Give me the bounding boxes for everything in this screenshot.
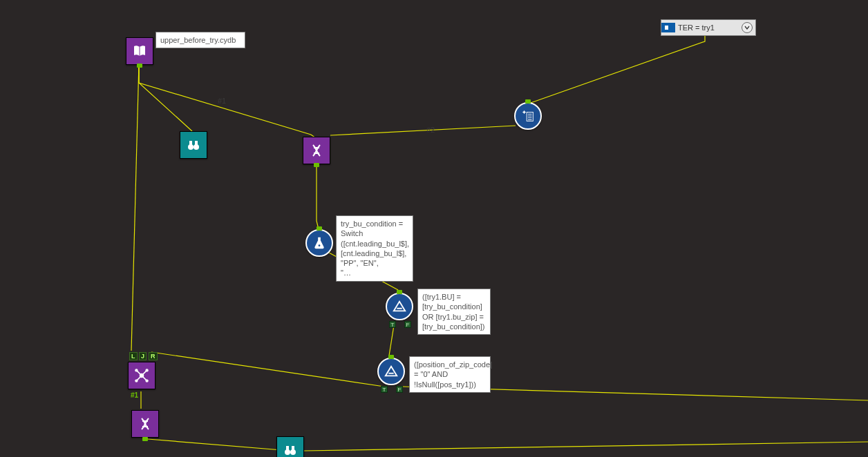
join-out-label: #1 xyxy=(131,391,138,399)
svg-rect-4 xyxy=(189,141,192,145)
filter2-true-anchor[interactable]: T xyxy=(381,386,388,393)
macro-dropdown[interactable]: TER = try1 xyxy=(661,19,756,36)
join-right-anchor[interactable]: R xyxy=(149,352,158,360)
macro-dropdown-label: TER = try1 xyxy=(678,23,739,32)
out-anchor[interactable] xyxy=(142,437,148,441)
connection-label-1: #1 xyxy=(218,97,226,105)
filter-tool-1[interactable] xyxy=(386,293,413,320)
join-left-anchor[interactable]: L xyxy=(129,352,138,360)
in-anchor[interactable] xyxy=(388,355,394,359)
connection-label-2: #2 xyxy=(426,126,435,134)
input-tool[interactable] xyxy=(126,37,153,65)
svg-rect-1 xyxy=(665,26,668,30)
join-multiple-tool-1[interactable] xyxy=(303,137,330,164)
binoculars-icon xyxy=(276,436,304,457)
browse-tool-1[interactable] xyxy=(180,131,207,159)
filter1-false-anchor[interactable]: F xyxy=(404,321,411,328)
formula-tool[interactable] xyxy=(305,229,333,257)
svg-rect-5 xyxy=(195,141,198,145)
svg-point-2 xyxy=(188,144,194,150)
flask-icon xyxy=(305,229,333,257)
dna-icon xyxy=(131,410,159,438)
out-anchor[interactable] xyxy=(314,163,319,167)
in-anchor[interactable] xyxy=(317,226,322,231)
input-tool-label: upper_before_try.cydb xyxy=(155,32,245,48)
svg-point-14 xyxy=(290,449,296,455)
filter1-true-anchor[interactable]: T xyxy=(389,321,396,328)
svg-point-7 xyxy=(319,244,321,246)
filter-triangle-icon xyxy=(386,293,413,320)
join-join-anchor[interactable]: J xyxy=(139,352,147,360)
svg-rect-16 xyxy=(292,446,294,450)
sparkle-icon xyxy=(514,102,542,130)
in-anchor[interactable] xyxy=(525,99,531,104)
binoculars-icon xyxy=(180,131,207,159)
filter-tool-1-label: ([try1.BU] = [try_bu_condition] OR [try1… xyxy=(417,289,491,335)
svg-point-13 xyxy=(285,449,290,455)
chevron-down-icon[interactable] xyxy=(742,22,753,33)
filter-tool-2-label: ([position_of_zip_code] = "0" AND !IsNul… xyxy=(409,356,491,393)
filter-tool-2[interactable] xyxy=(377,358,405,385)
dna-icon xyxy=(303,137,330,164)
browse-tool-2[interactable] xyxy=(276,436,304,457)
filter-triangle-icon xyxy=(377,358,405,385)
svg-point-3 xyxy=(194,144,199,150)
formula-tool-label: try_bu_condition = Switch ([cnt.leading_… xyxy=(336,215,413,282)
variable-icon xyxy=(661,23,675,32)
filter2-false-anchor[interactable]: F xyxy=(396,386,403,393)
data-cleansing-tool[interactable] xyxy=(514,102,542,130)
out-anchor[interactable] xyxy=(137,64,142,68)
in-anchor[interactable] xyxy=(397,290,402,294)
svg-rect-15 xyxy=(286,446,289,450)
join-icon xyxy=(128,362,155,389)
join-multiple-tool-2[interactable] xyxy=(131,410,159,438)
book-icon xyxy=(126,37,153,65)
join-tool[interactable] xyxy=(128,362,155,389)
